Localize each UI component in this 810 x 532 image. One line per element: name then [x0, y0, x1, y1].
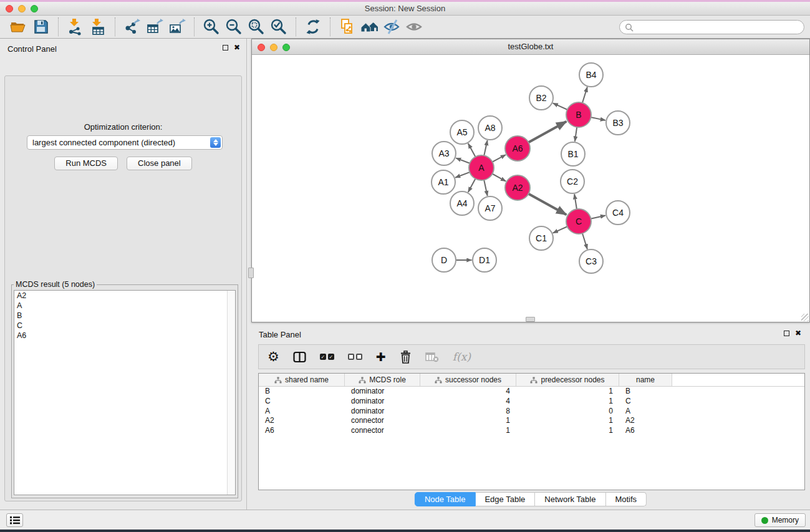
cell-predecessor-nodes[interactable]: 0 [516, 407, 619, 417]
graph-node-C[interactable]: C [566, 209, 591, 234]
export-table-button[interactable] [145, 17, 165, 37]
mcds-result-item[interactable]: C [14, 321, 235, 331]
table-row[interactable]: A6connector11A6 [259, 426, 804, 436]
optimization-criterion-dropdown[interactable]: largest connected component (directed) [27, 135, 223, 150]
zoom-out-button[interactable] [224, 17, 244, 37]
graph-node-C2[interactable]: C2 [561, 170, 584, 193]
tab-motifs[interactable]: Motifs [605, 492, 647, 506]
graph-node-A6[interactable]: A6 [505, 136, 530, 161]
split-divider-handle-bottom[interactable] [526, 317, 535, 322]
cell-successor-nodes[interactable]: 4 [420, 397, 516, 407]
cell-shared-name[interactable]: A6 [259, 426, 345, 436]
cell-mcds-role[interactable]: dominator [345, 397, 420, 407]
cell-name[interactable]: C [619, 397, 672, 407]
cell-successor-nodes[interactable]: 4 [420, 387, 516, 397]
task-history-button[interactable] [6, 513, 23, 527]
table-settings-button[interactable]: ⚙ [268, 351, 279, 363]
cell-predecessor-nodes[interactable]: 1 [516, 416, 619, 426]
graph-node-A4[interactable]: A4 [450, 191, 474, 215]
graph-node-C1[interactable]: C1 [529, 226, 553, 250]
refresh-view-button[interactable] [303, 17, 323, 37]
cell-shared-name[interactable]: C [259, 397, 345, 407]
graph-node-A1[interactable]: A1 [432, 170, 455, 194]
graph-node-A2[interactable]: A2 [505, 175, 530, 200]
cell-shared-name[interactable]: A2 [259, 416, 345, 426]
graph-node-A[interactable]: A [469, 155, 494, 180]
tab-edge-table[interactable]: Edge Table [475, 492, 535, 506]
mcds-result-item[interactable]: A [14, 301, 235, 311]
table-row[interactable]: Adominator80A [259, 407, 804, 417]
deselect-all-columns-button[interactable] [348, 354, 362, 360]
table-row[interactable]: Cdominator41C [259, 397, 804, 407]
graph-node-B2[interactable]: B2 [529, 86, 553, 110]
graph-node-B1[interactable]: B1 [561, 142, 585, 166]
export-network-button[interactable] [122, 17, 142, 37]
search-input[interactable] [637, 22, 804, 33]
close-table-panel-icon[interactable]: ✖ [795, 330, 801, 336]
mcds-result-list[interactable]: A2ABCA6 [14, 290, 236, 495]
cell-mcds-role[interactable]: dominator [345, 387, 420, 397]
close-panel-button[interactable]: Close panel [127, 157, 192, 170]
float-table-panel-icon[interactable] [784, 331, 789, 336]
new-network-from-selection-button[interactable] [337, 17, 357, 37]
graph-node-C4[interactable]: C4 [606, 201, 630, 225]
graph-node-A3[interactable]: A3 [432, 142, 456, 165]
delete-column-button[interactable] [400, 351, 412, 364]
tab-node-table[interactable]: Node Table [415, 492, 476, 506]
cell-name[interactable]: B [619, 387, 672, 397]
graph-node-A5[interactable]: A5 [450, 120, 474, 144]
create-column-button[interactable]: ✚ [376, 350, 386, 364]
search-field[interactable] [619, 20, 804, 34]
export-image-button[interactable] [167, 17, 187, 37]
column-header-predecessor-nodes[interactable]: predecessor nodes [516, 374, 619, 386]
cell-name[interactable]: A [619, 407, 672, 417]
graph-node-B[interactable]: B [566, 102, 591, 127]
scrollbar-track[interactable] [227, 291, 235, 495]
network-window-titlebar[interactable]: testGlobe.txt [252, 39, 809, 55]
cell-predecessor-nodes[interactable]: 1 [516, 426, 619, 436]
cell-mcds-role[interactable]: connector [345, 426, 420, 436]
column-header-shared-name[interactable]: shared name [259, 374, 345, 386]
column-options-button[interactable] [293, 351, 306, 363]
graph-node-D1[interactable]: D1 [473, 248, 496, 272]
table-row[interactable]: A2connector11A2 [259, 416, 804, 426]
zoom-in-button[interactable] [201, 17, 221, 37]
save-session-button[interactable] [31, 17, 51, 37]
cell-shared-name[interactable]: A [259, 407, 345, 417]
mcds-result-item[interactable]: B [14, 311, 235, 321]
import-network-button[interactable] [65, 17, 85, 37]
network-canvas[interactable]: AA1A2A3A4A5A6A7A8BB1B2B3B4CC1C2C3C4DD1 [252, 55, 809, 322]
mcds-result-item[interactable]: A6 [14, 331, 235, 341]
cell-successor-nodes[interactable]: 1 [420, 416, 516, 426]
memory-button[interactable]: Memory [755, 513, 806, 527]
cell-name[interactable]: A2 [619, 416, 672, 426]
cell-mcds-role[interactable]: connector [345, 416, 420, 426]
graph-node-A7[interactable]: A7 [478, 196, 502, 220]
zoom-selected-button[interactable] [269, 17, 289, 37]
graph-node-B4[interactable]: B4 [579, 63, 603, 87]
column-header-successor-nodes[interactable]: successor nodes [420, 374, 516, 386]
column-header-mcds-role[interactable]: MCDS role [345, 374, 420, 386]
graph-node-C3[interactable]: C3 [579, 249, 603, 273]
graph-node-A8[interactable]: A8 [478, 116, 502, 140]
cell-name[interactable]: A6 [619, 426, 672, 436]
show-all-button[interactable] [405, 17, 425, 37]
tab-network-table[interactable]: Network Table [535, 492, 605, 506]
mcds-result-item[interactable]: A2 [14, 291, 235, 301]
run-mcds-button[interactable]: Run MCDS [54, 157, 118, 170]
zoom-fit-button[interactable] [246, 17, 266, 37]
graph-node-D[interactable]: D [432, 248, 456, 272]
cell-predecessor-nodes[interactable]: 1 [516, 387, 619, 397]
split-divider-handle-left[interactable] [248, 268, 254, 278]
cell-shared-name[interactable]: B [259, 387, 345, 397]
table-row[interactable]: Bdominator41B [259, 387, 804, 397]
open-session-button[interactable] [9, 17, 29, 37]
cell-mcds-role[interactable]: dominator [345, 407, 420, 417]
cell-predecessor-nodes[interactable]: 1 [516, 397, 619, 407]
graph-node-B3[interactable]: B3 [606, 111, 630, 135]
resize-grip[interactable] [801, 314, 809, 321]
hide-selected-button[interactable] [382, 17, 402, 37]
close-panel-icon[interactable]: ✖ [234, 44, 240, 51]
float-panel-icon[interactable] [223, 45, 228, 51]
cell-successor-nodes[interactable]: 8 [420, 407, 516, 417]
